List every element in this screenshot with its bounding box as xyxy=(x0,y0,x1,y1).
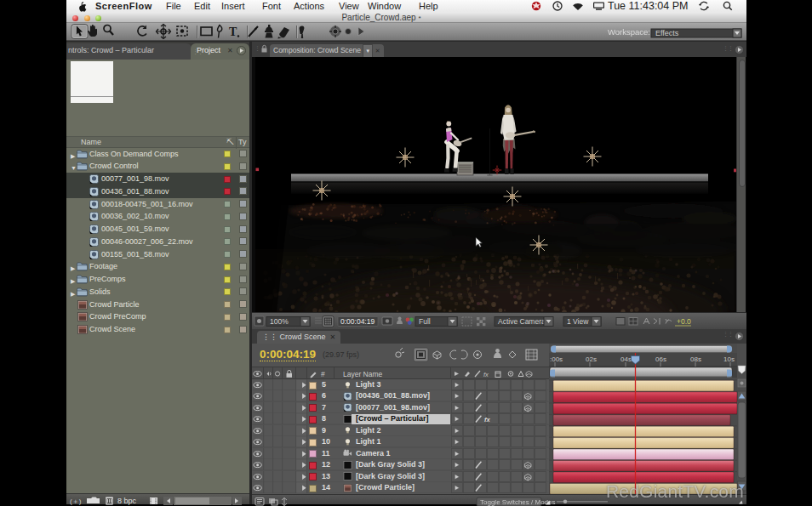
svg-text:Active Camera: Active Camera xyxy=(498,317,546,326)
svg-text:02s: 02s xyxy=(586,355,597,363)
svg-text:0:00:04:19: 0:00:04:19 xyxy=(340,317,375,326)
svg-text:Workspace:: Workspace: xyxy=(608,27,650,37)
svg-text:T: T xyxy=(229,26,237,38)
svg-text:06s: 06s xyxy=(655,355,666,363)
svg-text:100%: 100% xyxy=(270,317,289,326)
svg-text:04s: 04s xyxy=(620,355,632,363)
svg-text:Effects: Effects xyxy=(655,29,679,37)
svg-text:10s: 10s xyxy=(723,355,735,363)
svg-text:(＋): (＋) xyxy=(70,497,82,505)
svg-text:Toggle Switches / Modes: Toggle Switches / Modes xyxy=(480,498,556,506)
svg-text:Full: Full xyxy=(419,317,431,326)
svg-text:8 bpc: 8 bpc xyxy=(117,497,137,505)
svg-text::00s: :00s xyxy=(550,355,563,363)
svg-text:08s: 08s xyxy=(690,355,701,363)
svg-text:1 View: 1 View xyxy=(567,317,589,326)
svg-text:Layer Name: Layer Name xyxy=(343,370,383,378)
svg-text:+0.0: +0.0 xyxy=(677,317,691,326)
svg-text:fx: fx xyxy=(483,371,489,378)
svg-text:fx: fx xyxy=(484,416,490,424)
svg-text:#: # xyxy=(321,370,325,378)
